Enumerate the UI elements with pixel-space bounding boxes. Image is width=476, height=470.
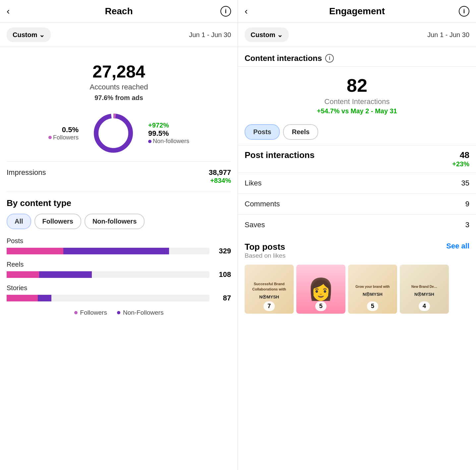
filter-followers-tab[interactable]: Followers: [34, 214, 81, 229]
reach-content: 27,284 Accounts reached 97.6% from ads 0…: [0, 47, 238, 470]
engagement-custom-button[interactable]: Custom ⌄: [245, 27, 289, 42]
reels-bar-track: [7, 271, 209, 278]
post-thumbnails: Successful BrandCollaborations with N⦿MY…: [238, 261, 476, 317]
followers-stat: 0.5% Followers: [48, 126, 79, 141]
post-4-badge: 4: [419, 301, 430, 311]
content-interactions-header: Content interactions i: [238, 47, 476, 67]
legend-followers-dot: [74, 311, 78, 314]
pi-label: Post interactions: [245, 150, 315, 160]
top-post-1[interactable]: Successful BrandCollaborations with N⦿MY…: [245, 265, 294, 314]
ci-change: +54.7% vs May 2 - May 31: [238, 107, 476, 115]
reels-tab[interactable]: Reels: [283, 124, 318, 140]
nonfollowers-dot: [148, 140, 151, 143]
by-content-type-title: By content type: [7, 198, 231, 208]
donut-chart: [92, 112, 135, 155]
reels-bar-purple: [39, 271, 92, 278]
legend-nonfollowers-label: Non-Followers: [123, 309, 163, 316]
posts-bar-purple: [63, 248, 169, 254]
nonfollowers-stat: +972% 99.5% Non-followers: [148, 122, 189, 145]
reach-subheader: Custom ⌄ Jun 1 - Jun 30: [0, 23, 238, 47]
posts-bar-value: 329: [213, 247, 231, 255]
reach-ads-label: 97.6% from ads: [7, 94, 231, 102]
see-all-button[interactable]: See all: [446, 242, 469, 250]
post-interactions-header: Post interactions 48 +23%: [238, 145, 476, 173]
likes-value: 35: [461, 179, 469, 187]
posts-bar-label: Posts: [7, 237, 231, 245]
legend-followers: Followers: [74, 309, 107, 316]
top-post-3[interactable]: Grow your brand with N⦿MYSH 5: [348, 265, 397, 314]
reels-bar-inner: 108: [7, 270, 231, 279]
reach-summary: 27,284 Accounts reached 97.6% from ads: [7, 55, 231, 105]
legend-nonfollowers: Non-Followers: [117, 309, 163, 316]
stories-bar-pink: [7, 295, 38, 301]
filter-all-tab[interactable]: All: [7, 214, 31, 229]
reach-custom-button[interactable]: Custom ⌄: [7, 27, 51, 42]
stories-bar-inner: 87: [7, 294, 231, 302]
engagement-info-button[interactable]: i: [459, 6, 469, 17]
svg-point-0: [96, 116, 131, 150]
saves-row: Saves 3: [238, 214, 476, 235]
followers-percentage: 0.5%: [48, 126, 79, 134]
ci-number: 82: [238, 75, 476, 96]
reach-date-range: Jun 1 - Jun 30: [189, 31, 231, 39]
ci-title: Content interactions: [245, 54, 322, 63]
nonfollowers-legend: Non-followers: [148, 138, 189, 145]
posts-bar-inner: 329: [7, 247, 231, 255]
reach-number: 27,284: [7, 62, 231, 81]
reels-bar-row: Reels 108: [7, 261, 231, 279]
chevron-down-icon: ⌄: [39, 31, 45, 39]
engagement-panel: ‹ Engagement i Custom ⌄ Jun 1 - Jun 30 C…: [238, 0, 476, 470]
pi-values: 48 +23%: [452, 150, 469, 168]
reels-bar-label: Reels: [7, 261, 231, 268]
post-2-badge: 5: [315, 301, 327, 311]
ci-info-button[interactable]: i: [325, 54, 334, 63]
engagement-date-range: Jun 1 - Jun 30: [427, 31, 469, 39]
ci-label: Content Interactions: [238, 97, 476, 106]
stories-bar-value: 87: [213, 294, 231, 302]
ci-main: 82 Content Interactions +54.7% vs May 2 …: [238, 67, 476, 119]
stories-bar-purple: [38, 295, 51, 301]
engagement-back-button[interactable]: ‹: [245, 6, 248, 17]
reach-header: ‹ Reach i: [0, 0, 238, 23]
impressions-number: 38,977: [209, 168, 231, 177]
posts-bar-track: [7, 248, 209, 254]
saves-value: 3: [465, 221, 469, 229]
reach-panel: ‹ Reach i Custom ⌄ Jun 1 - Jun 30 27,284…: [0, 0, 238, 470]
followers-text: Followers: [48, 134, 79, 141]
filter-nonfollowers-tab[interactable]: Non-followers: [85, 214, 145, 229]
pi-change: +23%: [452, 160, 469, 168]
top-posts-title: Top posts: [245, 242, 286, 252]
followers-dot: [48, 136, 52, 139]
reach-back-button[interactable]: ‹: [7, 6, 10, 17]
impressions-change: +834%: [209, 177, 231, 184]
reach-info-button[interactable]: i: [220, 6, 231, 17]
pi-number: 48: [452, 150, 469, 160]
stories-bar-track: [7, 295, 209, 301]
posts-tab[interactable]: Posts: [245, 124, 280, 140]
by-content-type-section: By content type All Followers Non-follow…: [7, 198, 231, 316]
impressions-row: Impressions 38,977 +834%: [7, 161, 231, 191]
bar-legend: Followers Non-Followers: [7, 309, 231, 316]
top-posts-subtitle: Based on likes: [245, 252, 286, 259]
legend-nonfollowers-dot: [117, 311, 120, 314]
engagement-header: ‹ Engagement i: [238, 0, 476, 23]
impressions-label: Impressions: [7, 168, 46, 177]
comments-value: 9: [465, 200, 469, 208]
top-post-2[interactable]: 👩 5: [296, 265, 345, 314]
post-reels-tabs: Posts Reels: [238, 119, 476, 145]
legend-followers-label: Followers: [80, 309, 107, 316]
comments-label: Comments: [245, 200, 280, 208]
posts-bar-row: Posts 329: [7, 237, 231, 255]
comments-row: Comments 9: [238, 193, 476, 214]
stories-bar-row: Stories 87: [7, 284, 231, 302]
engagement-title: Engagement: [329, 6, 385, 17]
top-posts-info: Top posts Based on likes: [245, 242, 286, 259]
content-type-filters: All Followers Non-followers: [7, 214, 231, 229]
nonfollowers-percentage: 99.5%: [148, 129, 189, 138]
reach-title: Reach: [105, 6, 133, 17]
post-1-badge: 7: [264, 301, 275, 311]
reach-donut-section: 0.5% Followers +972% 99.5%: [7, 105, 231, 161]
reels-bar-pink: [7, 271, 39, 278]
saves-label: Saves: [245, 221, 265, 229]
top-post-4[interactable]: New Brand De… N⦿MYSH 4: [400, 265, 449, 314]
